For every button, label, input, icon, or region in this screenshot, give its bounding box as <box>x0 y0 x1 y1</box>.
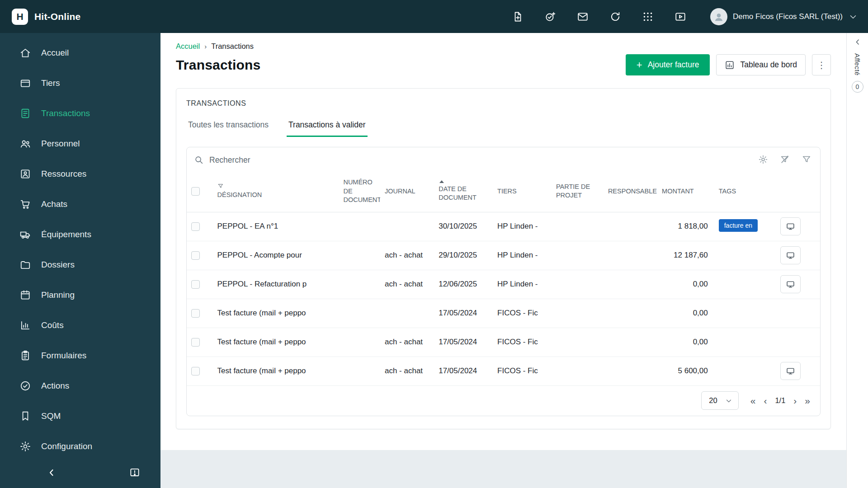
sidebar-item-couts[interactable]: Coûts <box>0 310 160 340</box>
row-checkbox[interactable] <box>191 367 200 375</box>
gear-icon <box>19 440 31 452</box>
feedback-icon[interactable] <box>129 467 141 480</box>
sidebar-item-accueil[interactable]: Accueil <box>0 38 160 68</box>
sidebar-item-ressources[interactable]: Ressources <box>0 159 160 189</box>
select-all-checkbox[interactable] <box>191 187 200 196</box>
table-row[interactable]: PEPPOL - Refacturation p ach - achat 12/… <box>187 270 820 299</box>
first-page-button[interactable]: « <box>750 396 756 405</box>
sidebar-item-actions[interactable]: Actions <box>0 371 160 401</box>
truck-icon <box>19 228 31 240</box>
cell-partie <box>552 357 604 385</box>
page-title: Transactions <box>176 57 260 73</box>
sidebar-item-sqm[interactable]: SQM <box>0 401 160 431</box>
cell-tiers: FICOS - Fic <box>493 299 552 328</box>
next-page-button[interactable]: › <box>793 396 797 405</box>
table-row[interactable]: PEPPOL - Acompte pour ach - achat 29/10/… <box>187 241 820 270</box>
prev-page-button[interactable]: ‹ <box>764 396 767 405</box>
row-checkbox[interactable] <box>191 280 200 289</box>
col-montant[interactable]: MONTANT <box>657 173 714 212</box>
app-logo[interactable]: H <box>12 9 28 25</box>
tab-toutes-les-transactions[interactable]: Toutes les transactions <box>186 117 270 137</box>
table-row[interactable]: PEPPOL - EA n°1 30/10/2025 HP Linden - 1… <box>187 212 820 241</box>
sidebar-item-configuration[interactable]: Configuration <box>0 431 160 461</box>
transactions-table-container: DÉSIGNATION NUMÉRO DE DOCUMENT JOURNAL D… <box>186 147 821 416</box>
more-options-button[interactable]: ⋮ <box>812 54 831 75</box>
user-menu[interactable]: Demo Ficos (Ficos SARL (Test)) <box>710 8 858 25</box>
add-invoice-button[interactable]: + Ajouter facture <box>626 54 710 75</box>
bookmark-icon <box>19 410 31 422</box>
sidebar-item-achats[interactable]: Achats <box>0 189 160 219</box>
sidebar-item-transactions[interactable]: Transactions <box>0 98 160 128</box>
cell-actions <box>776 328 820 357</box>
cell-partie <box>552 328 604 357</box>
expand-panel-button[interactable] <box>853 38 862 48</box>
clear-filter-icon[interactable] <box>779 155 790 165</box>
table-toolbar <box>187 147 820 173</box>
sidebar-item-equipements[interactable]: Équipements <box>0 219 160 249</box>
tab-transactions-a-valider[interactable]: Transactions à valider <box>287 117 368 137</box>
row-checkbox[interactable] <box>191 338 200 347</box>
filter-icon[interactable] <box>801 155 812 165</box>
cell-responsable <box>604 241 657 270</box>
bar-chart-icon <box>19 319 31 331</box>
row-checkbox[interactable] <box>191 222 200 231</box>
table-row[interactable]: Test facture (mail + peppo ach - achat 1… <box>187 357 820 385</box>
page-size-select[interactable]: 20 <box>701 391 738 410</box>
last-page-button[interactable]: » <box>805 396 810 405</box>
table-settings-icon[interactable] <box>758 155 769 165</box>
table-row[interactable]: Test facture (mail + peppo ach - achat 1… <box>187 328 820 357</box>
resource-badge-icon <box>19 168 31 180</box>
col-partie-projet[interactable]: PARTIE DE PROJET <box>552 173 604 212</box>
cell-responsable <box>604 357 657 385</box>
preview-button[interactable] <box>780 275 801 293</box>
row-checkbox[interactable] <box>191 251 200 260</box>
cell-journal <box>380 299 434 328</box>
search-input[interactable] <box>209 155 752 165</box>
avatar <box>710 8 727 25</box>
sidebar-item-label: Transactions <box>41 108 90 118</box>
collapse-sidebar-button[interactable] <box>46 467 57 479</box>
apps-grid-icon[interactable] <box>642 10 654 23</box>
refresh-icon[interactable] <box>609 10 622 23</box>
cell-actions <box>776 299 820 328</box>
dashboard-button[interactable]: Tableau de bord <box>716 54 806 75</box>
table-row[interactable]: Test facture (mail + peppo 17/05/2024 FI… <box>187 299 820 328</box>
cell-partie <box>552 270 604 299</box>
col-tiers[interactable]: TIERS <box>493 173 552 212</box>
cell-actions <box>776 357 820 385</box>
dashboard-label: Tableau de bord <box>740 60 797 70</box>
col-actions <box>776 173 820 212</box>
video-tutorial-icon[interactable] <box>674 10 687 23</box>
sidebar-item-formulaires[interactable]: Formulaires <box>0 340 160 371</box>
chevron-down-icon <box>725 397 733 405</box>
col-date-document[interactable]: DATE DE DOCUMENT <box>439 185 488 202</box>
row-checkbox[interactable] <box>191 309 200 318</box>
col-designation[interactable]: DÉSIGNATION <box>217 191 334 200</box>
preview-button[interactable] <box>780 246 801 264</box>
sidebar-item-tiers[interactable]: Tiers <box>0 68 160 98</box>
preview-button[interactable] <box>780 362 801 380</box>
mail-icon[interactable] <box>576 10 589 23</box>
sidebar-item-personnel[interactable]: Personnel <box>0 128 160 159</box>
add-document-icon[interactable] <box>511 10 524 23</box>
col-journal[interactable]: JOURNAL <box>380 173 434 212</box>
page-info: 1/1 <box>775 396 785 405</box>
app-title: Hit-Online <box>34 11 80 22</box>
cell-journal: ach - achat <box>380 270 434 299</box>
col-responsable[interactable]: RESPONSABLE <box>604 173 657 212</box>
sidebar-item-dossiers[interactable]: Dossiers <box>0 249 160 280</box>
pagination: 20 « ‹ 1/1 › » <box>187 386 820 416</box>
preview-button[interactable] <box>780 217 801 235</box>
folder-icon <box>19 258 31 271</box>
cell-responsable <box>604 328 657 357</box>
sidebar-item-planning[interactable]: Planning <box>0 280 160 310</box>
page-actions: + Ajouter facture Tableau de bord ⋮ <box>626 54 831 75</box>
col-numero-document[interactable]: NUMÉRO DE DOCUMENT <box>339 173 380 212</box>
status-tag: facture en <box>719 219 758 232</box>
col-tags[interactable]: TAGS <box>714 173 776 212</box>
cell-date: 17/05/2024 <box>434 328 493 357</box>
tasks-approve-icon[interactable] <box>544 10 557 23</box>
cell-montant: 1 818,00 <box>657 212 714 241</box>
logo-mark: H <box>16 11 23 22</box>
breadcrumb-home-link[interactable]: Accueil <box>176 42 200 51</box>
